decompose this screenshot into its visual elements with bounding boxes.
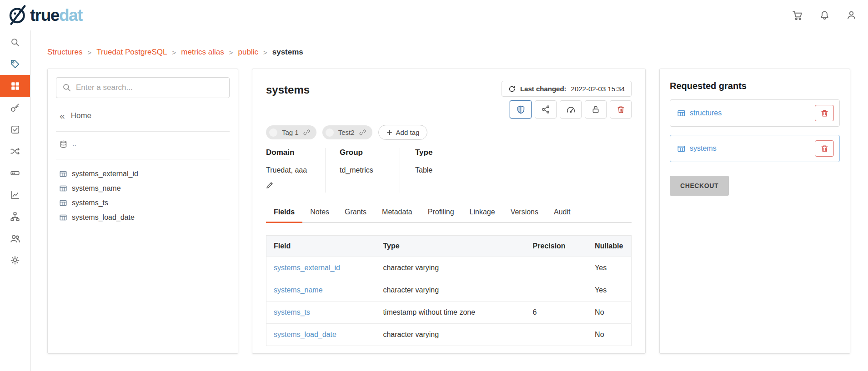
field-link[interactable]: systems_external_id bbox=[266, 257, 376, 279]
home-label: Home bbox=[71, 111, 91, 120]
sidebar-item-users[interactable] bbox=[0, 228, 30, 249]
grid-icon bbox=[11, 82, 20, 90]
checkout-button[interactable]: CHECKOUT bbox=[670, 176, 729, 196]
field-link[interactable]: systems_ts bbox=[266, 302, 376, 324]
sidebar-item-settings[interactable] bbox=[0, 249, 30, 271]
list-item[interactable]: systems_external_id bbox=[56, 167, 230, 181]
sidebar-item-lineage[interactable] bbox=[0, 140, 30, 162]
tab-audit[interactable]: Audit bbox=[546, 203, 578, 222]
list-item[interactable]: systems_ts bbox=[56, 196, 230, 210]
table-icon bbox=[677, 145, 685, 153]
field-link[interactable]: systems_name bbox=[266, 279, 376, 302]
sidebar-item-taxonomy[interactable] bbox=[0, 206, 30, 228]
home-link[interactable]: « Home bbox=[60, 111, 230, 120]
breadcrumb-link-schema[interactable]: public bbox=[238, 48, 258, 57]
chevrons-left-icon: « bbox=[60, 111, 65, 120]
tag-label: Test2 bbox=[338, 129, 355, 136]
sidebar-item-structures[interactable] bbox=[0, 75, 30, 97]
tag-remove-dot[interactable] bbox=[326, 129, 334, 137]
sidebar-item-dashboards[interactable] bbox=[0, 184, 30, 206]
requested-grants-panel: Requested grants structures systems bbox=[659, 69, 850, 354]
field-precision bbox=[526, 257, 588, 279]
field-type: timestamp without time zone bbox=[376, 302, 525, 324]
sidebar-item-tags[interactable] bbox=[0, 53, 30, 75]
breadcrumb-link-structures[interactable]: Structures bbox=[47, 48, 82, 57]
parent-structure-item[interactable]: .. bbox=[60, 140, 230, 148]
delete-grant-button[interactable] bbox=[815, 105, 834, 121]
delete-grant-button[interactable] bbox=[815, 140, 834, 157]
add-tag-button[interactable]: Add tag bbox=[378, 125, 428, 140]
profiling-button[interactable] bbox=[560, 100, 582, 119]
tag-chip[interactable]: Tag 1 bbox=[266, 125, 316, 139]
tag-remove-dot[interactable] bbox=[269, 129, 277, 137]
last-changed-refresh[interactable]: Last changed: 2022-02-03 15:34 bbox=[502, 81, 632, 97]
table-columns-icon bbox=[60, 214, 67, 221]
share-icon bbox=[542, 105, 550, 114]
check-square-icon bbox=[11, 125, 20, 134]
tab-notes[interactable]: Notes bbox=[302, 203, 337, 222]
bell-icon[interactable] bbox=[820, 10, 829, 20]
sidebar-item-search[interactable] bbox=[0, 31, 30, 53]
grant-link[interactable]: systems bbox=[677, 144, 717, 153]
table-columns-icon bbox=[60, 170, 67, 178]
group-value: td_metrics bbox=[340, 166, 400, 174]
table-row: systems_load_date character varying No bbox=[266, 324, 632, 346]
field-type: character varying bbox=[376, 257, 525, 279]
tab-fields[interactable]: Fields bbox=[266, 203, 302, 222]
grant-link[interactable]: structures bbox=[677, 109, 722, 117]
breadcrumb: Structures > Truedat PostgreSQL > metric… bbox=[47, 48, 868, 57]
logo-wordmark: truedat bbox=[30, 7, 82, 24]
grant-label: systems bbox=[690, 144, 717, 153]
grant-item: structures bbox=[670, 99, 840, 127]
shield-icon bbox=[517, 105, 525, 114]
field-precision: 6 bbox=[526, 302, 588, 324]
lock-button[interactable] bbox=[585, 100, 607, 119]
users-icon bbox=[10, 234, 20, 243]
shuffle-icon bbox=[10, 147, 20, 156]
column-header-nullable: Nullable bbox=[587, 236, 631, 257]
key-icon bbox=[10, 103, 20, 112]
table-row: systems_name character varying Yes bbox=[266, 279, 632, 302]
share-button[interactable] bbox=[535, 100, 557, 119]
user-icon[interactable] bbox=[847, 10, 856, 20]
domain-label: Domain bbox=[266, 148, 326, 157]
search-icon bbox=[11, 38, 20, 47]
tab-grants[interactable]: Grants bbox=[337, 203, 374, 222]
list-item[interactable]: systems_name bbox=[56, 181, 230, 196]
cards-row: « Home .. systems_external_id sy bbox=[47, 69, 868, 354]
sidebar-item-key[interactable] bbox=[0, 97, 30, 119]
tab-metadata[interactable]: Metadata bbox=[374, 203, 420, 222]
cart-icon[interactable] bbox=[793, 10, 803, 20]
database-icon bbox=[60, 140, 67, 148]
field-label: systems_external_id bbox=[72, 170, 138, 178]
trash-icon bbox=[821, 109, 828, 117]
edit-domain-icon[interactable] bbox=[266, 182, 273, 189]
column-header-precision: Precision bbox=[526, 236, 588, 257]
protection-button[interactable] bbox=[510, 100, 532, 119]
field-link[interactable]: systems_load_date bbox=[266, 324, 376, 346]
breadcrumb-link-database[interactable]: metrics alias bbox=[181, 48, 224, 57]
tag-chip[interactable]: Test2 bbox=[322, 125, 372, 139]
detail-tabs: Fields Notes Grants Metadata Profiling L… bbox=[266, 203, 632, 223]
sidebar-item-quality[interactable] bbox=[0, 119, 30, 140]
page-title: systems bbox=[266, 84, 310, 96]
delete-structure-button[interactable] bbox=[610, 100, 632, 119]
tab-profiling[interactable]: Profiling bbox=[420, 203, 462, 222]
breadcrumb-link-system[interactable]: Truedat PostgreSQL bbox=[96, 48, 167, 57]
list-item[interactable]: systems_load_date bbox=[56, 210, 230, 225]
sidebar-item-sources[interactable] bbox=[0, 162, 30, 184]
structure-detail-panel: systems Last changed: 2022-02-03 15:34 bbox=[252, 69, 646, 354]
meta-domain: Domain Truedat, aaa bbox=[266, 148, 326, 193]
sidebar bbox=[0, 30, 30, 371]
content-area: Structures > Truedat PostgreSQL > metric… bbox=[31, 30, 868, 371]
column-header-field: Field bbox=[266, 236, 376, 257]
tab-versions[interactable]: Versions bbox=[503, 203, 546, 222]
tab-linkage[interactable]: Linkage bbox=[462, 203, 503, 222]
breadcrumb-separator: > bbox=[229, 49, 233, 56]
type-label: Type bbox=[415, 148, 432, 157]
truedat-logo[interactable]: truedat bbox=[8, 4, 82, 27]
search-input[interactable] bbox=[76, 83, 223, 92]
type-value: Table bbox=[415, 166, 432, 174]
gauge-icon bbox=[567, 105, 575, 114]
sitemap-icon bbox=[10, 212, 20, 221]
